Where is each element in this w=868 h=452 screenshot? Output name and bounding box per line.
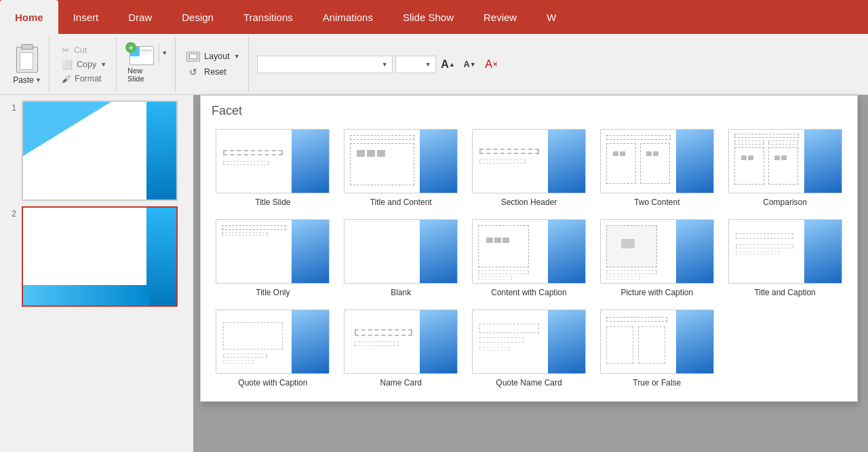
font-size-dropdown[interactable]: ▼ — [395, 56, 436, 73]
slide-number-2: 2 — [5, 209, 16, 219]
layout-item-name-card[interactable]: Name Card — [340, 307, 462, 390]
plus-badge: + — [125, 42, 136, 53]
layout-thumb-title-caption — [728, 219, 842, 284]
layout-item-section-header[interactable]: Section Header — [468, 126, 591, 210]
layout-thumb-section-header — [472, 129, 586, 193]
layout-item-quote-caption[interactable]: Quote with Caption — [212, 307, 334, 390]
layout-thumb-blank — [344, 219, 458, 284]
clear-formatting-button[interactable]: A✕ — [482, 56, 501, 73]
paste-dropdown-arrow[interactable]: ▼ — [35, 77, 41, 83]
new-slide-button-group: + New Slide ▼ — [125, 43, 170, 86]
tab-draw[interactable]: Draw — [113, 0, 167, 34]
slide-preview-2[interactable] — [22, 206, 188, 307]
layout-item-quote-name-card[interactable]: Quote Name Card — [468, 307, 591, 390]
panel-title: Facet — [212, 104, 846, 118]
tab-design[interactable]: Design — [167, 0, 229, 34]
new-slide-dropdown-button[interactable]: ▼ — [159, 43, 170, 62]
font-group: ▼ ▼ A▲ A▼ A✕ — [252, 53, 507, 76]
layout-name-title-slide: Title Slide — [255, 197, 290, 207]
format-paintbrush-icon: 🖌 — [62, 74, 71, 84]
layout-item-two-content[interactable]: Two Content — [595, 126, 718, 210]
font-grow-button[interactable]: A▲ — [439, 56, 458, 73]
layout-thumb-name-card — [344, 309, 458, 374]
layout-icon — [186, 52, 200, 62]
tab-insert[interactable]: Insert — [58, 0, 114, 34]
slide-item-2: 2 — [5, 206, 188, 307]
slide-number-1: 1 — [5, 103, 16, 113]
layout-dropdown-arrow[interactable]: ▼ — [234, 53, 240, 60]
tab-transitions[interactable]: Transitions — [229, 0, 308, 34]
slide-preview-box-2 — [22, 206, 178, 307]
layout-item-title-caption[interactable]: Title and Caption — [724, 216, 846, 300]
tab-w[interactable]: W — [532, 0, 571, 34]
reset-icon: ↺ — [186, 67, 200, 77]
layout-item-comparison[interactable]: Comparison — [724, 126, 846, 210]
new-slide-main-button[interactable]: + New Slide — [125, 43, 159, 86]
layout-thumb-two-content — [600, 129, 714, 193]
reset-label: Reset — [204, 67, 226, 77]
layout-item-title-content[interactable]: Title and Content — [340, 126, 462, 210]
layout-grid: Title Slide Title and Content — [212, 126, 846, 390]
layout-name-title-caption: Title and Caption — [754, 288, 815, 297]
layout-button[interactable]: Layout ▼ — [184, 50, 242, 63]
paste-button[interactable] — [12, 44, 42, 74]
ribbon-tabs: Home Insert Draw Design Transitions Anim… — [0, 0, 868, 34]
layout-thumb-title-slide — [216, 129, 330, 193]
clear-formatting-icon: A — [485, 58, 492, 71]
layout-name-title-only: Title Only — [256, 288, 290, 297]
layout-item-picture-caption[interactable]: Picture with Caption — [595, 216, 718, 300]
ribbon-body: Paste ▼ ✂ Cut ⬜ Copy ▼ 🖌 Format + — [0, 34, 868, 95]
copy-button[interactable]: ⬜ Copy ▼ — [58, 58, 111, 71]
layout-item-title-only[interactable]: Title Only — [212, 216, 334, 300]
reset-button[interactable]: ↺ Reset — [184, 66, 242, 79]
layout-thumb-picture-caption — [600, 219, 714, 284]
copy-dropdown-arrow[interactable]: ▼ — [100, 61, 106, 68]
clipboard-group: ✂ Cut ⬜ Copy ▼ 🖌 Format — [52, 37, 117, 92]
tab-slideshow[interactable]: Slide Show — [388, 0, 469, 34]
layout-name-content-caption: Content with Caption — [491, 288, 566, 297]
new-slide-label: New Slide — [127, 67, 156, 83]
tab-animations[interactable]: Animations — [308, 0, 388, 34]
layout-thumb-title-content — [344, 129, 458, 193]
layout-item-true-false[interactable]: True or False — [595, 307, 718, 390]
layout-name-true-false: True or False — [633, 378, 681, 388]
font-size-arrow: ▼ — [425, 61, 431, 68]
font-name-arrow: ▼ — [382, 61, 388, 68]
font-name-dropdown[interactable]: ▼ — [257, 56, 393, 73]
slide-thumbnail-panel: 1 2 — [0, 95, 193, 318]
layout-reset-group: Layout ▼ ↺ Reset — [178, 37, 248, 92]
font-grow-icon: A — [441, 58, 449, 71]
layout-name-quote-name-card: Quote Name Card — [496, 378, 561, 388]
tab-review[interactable]: Review — [469, 0, 532, 34]
format-label: Format — [75, 74, 102, 83]
copy-icon: ⬜ — [62, 60, 73, 70]
layout-name-section-header: Section Header — [501, 197, 557, 207]
paste-icon — [12, 44, 42, 74]
layout-name-title-content: Title and Content — [370, 197, 432, 207]
slide-item-1: 1 — [5, 100, 188, 201]
layout-name-picture-caption: Picture with Caption — [620, 288, 693, 297]
cut-button[interactable]: ✂ Cut — [58, 43, 111, 57]
layout-item-content-caption[interactable]: Content with Caption — [468, 216, 591, 300]
layout-thumb-quote-name-card — [472, 309, 586, 374]
layout-name-blank: Blank — [391, 288, 411, 297]
font-row-1: ▼ ▼ A▲ A▼ A✕ — [257, 56, 501, 73]
layout-thumb-title-only — [216, 219, 330, 284]
layout-item-title-slide[interactable]: Title Slide — [212, 126, 334, 210]
new-slide-chevron-icon: ▼ — [161, 50, 167, 56]
paste-label-row[interactable]: Paste ▼ — [13, 75, 41, 85]
layout-dropdown-panel: Facet Title Slide Title a — [200, 95, 858, 402]
cut-label: Cut — [74, 45, 87, 55]
paste-group: Paste ▼ — [5, 37, 50, 92]
paste-label: Paste — [13, 75, 34, 85]
layout-thumb-content-caption — [472, 219, 586, 284]
font-shrink-button[interactable]: A▼ — [460, 56, 479, 73]
format-button[interactable]: 🖌 Format — [58, 73, 111, 86]
layout-item-blank[interactable]: Blank — [340, 216, 462, 300]
new-slide-icon-container: + — [130, 46, 154, 65]
tab-home[interactable]: Home — [0, 0, 58, 34]
clipboard-top — [21, 44, 33, 50]
slide-preview-1[interactable] — [22, 100, 188, 201]
layout-thumb-true-false — [600, 309, 714, 374]
layout-thumb-comparison — [728, 129, 842, 193]
